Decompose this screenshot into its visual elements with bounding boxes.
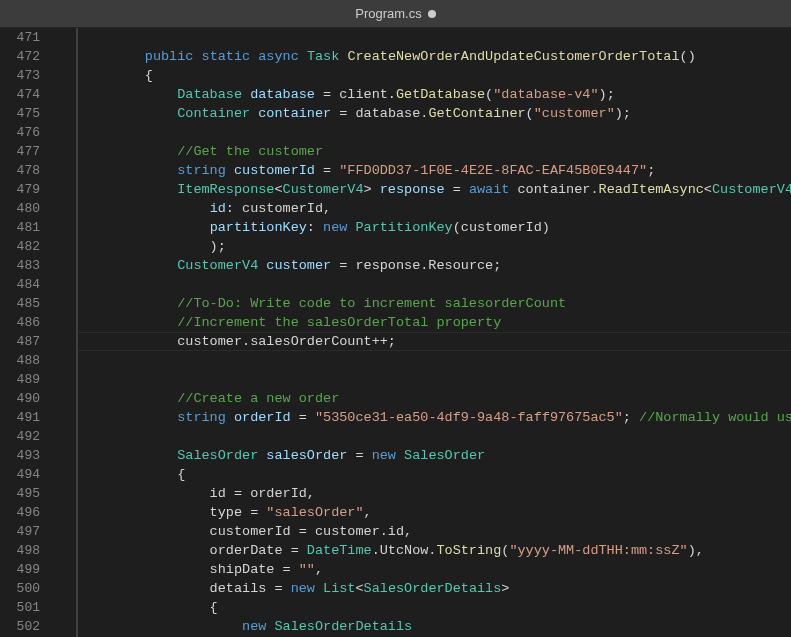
code-line[interactable]: shipDate = "", <box>80 560 791 579</box>
code-line[interactable] <box>80 370 791 389</box>
code-line[interactable]: ItemResponse<CustomerV4> response = awai… <box>80 180 791 199</box>
line-number: 484 <box>0 275 40 294</box>
token-kw: async <box>258 49 299 64</box>
token-plain: container. <box>509 182 598 197</box>
code-line[interactable]: details = new List<SalesOrderDetails> <box>80 579 791 598</box>
token-kw: await <box>469 182 510 197</box>
code-line[interactable] <box>80 123 791 142</box>
code-line[interactable]: string customerId = "FFD0DD37-1F0E-4E2E-… <box>80 161 791 180</box>
token-plain: ( <box>485 87 493 102</box>
token-kw: public <box>145 49 194 64</box>
token-type: List <box>323 581 355 596</box>
code-line[interactable] <box>80 351 791 370</box>
token-plain <box>193 49 201 64</box>
token-plain: > <box>364 182 380 197</box>
token-plain: ); <box>599 87 615 102</box>
line-number: 474 <box>0 85 40 104</box>
token-str: "yyyy-MM-ddTHH:mm:ssZ" <box>509 543 687 558</box>
token-type: Database <box>177 87 242 102</box>
line-number: 485 <box>0 294 40 313</box>
token-type: CustomerV4 <box>177 258 258 273</box>
token-type: SalesOrderDetails <box>364 581 502 596</box>
token-str: "FFD0DD37-1F0E-4E2E-8FAC-EAF45B0E9447" <box>339 163 647 178</box>
token-plain: , <box>364 505 372 520</box>
token-plain <box>299 49 307 64</box>
code-line[interactable]: ); <box>80 237 791 256</box>
token-plain: = database. <box>331 106 428 121</box>
token-local: container <box>258 106 331 121</box>
code-line[interactable]: CustomerV4 customer = response.Resource; <box>80 256 791 275</box>
code-content[interactable]: public static async Task CreateNewOrderA… <box>78 28 791 637</box>
token-plain <box>80 201 210 216</box>
code-line[interactable]: //Create a new order <box>80 389 791 408</box>
fold-margin <box>52 28 66 637</box>
code-line[interactable]: public static async Task CreateNewOrderA… <box>80 47 791 66</box>
line-number: 491 <box>0 408 40 427</box>
line-number: 488 <box>0 351 40 370</box>
code-line[interactable]: id = orderId, <box>80 484 791 503</box>
token-plain: = client. <box>315 87 396 102</box>
token-kw: string <box>177 410 226 425</box>
token-plain <box>80 391 177 406</box>
token-plain <box>315 581 323 596</box>
code-line[interactable]: Database database = client.GetDatabase("… <box>80 85 791 104</box>
token-plain: { <box>80 600 218 615</box>
code-line[interactable]: string orderId = "5350ce31-ea50-4df9-9a4… <box>80 408 791 427</box>
token-local: response <box>380 182 445 197</box>
line-number: 483 <box>0 256 40 275</box>
token-plain <box>80 315 177 330</box>
line-number: 479 <box>0 180 40 199</box>
code-line[interactable]: { <box>80 465 791 484</box>
token-plain <box>80 144 177 159</box>
code-line[interactable]: Container container = database.GetContai… <box>80 104 791 123</box>
token-type: DateTime <box>307 543 372 558</box>
code-line[interactable]: new SalesOrderDetails <box>80 617 791 636</box>
line-number: 487 <box>0 332 40 351</box>
line-number: 497 <box>0 522 40 541</box>
code-line[interactable] <box>80 427 791 446</box>
line-number: 480 <box>0 199 40 218</box>
editor-tab[interactable]: Program.cs <box>345 6 445 21</box>
token-type: CustomerV4 <box>712 182 791 197</box>
token-plain <box>80 220 210 235</box>
token-plain: orderDate = <box>80 543 307 558</box>
line-number: 475 <box>0 104 40 123</box>
line-number: 476 <box>0 123 40 142</box>
code-line[interactable]: //Increment the salesOrderTotal property <box>80 313 791 332</box>
title-bar: Program.cs <box>0 0 791 28</box>
token-plain: ), <box>688 543 704 558</box>
token-plain <box>396 448 404 463</box>
token-plain: id = orderId, <box>80 486 315 501</box>
line-number: 495 <box>0 484 40 503</box>
token-type: SalesOrderDetails <box>274 619 412 634</box>
token-str: "customer" <box>534 106 615 121</box>
token-str: "salesOrder" <box>266 505 363 520</box>
line-number: 501 <box>0 598 40 617</box>
line-number: 498 <box>0 541 40 560</box>
code-line[interactable]: //To-Do: Write code to increment salesor… <box>80 294 791 313</box>
code-line[interactable]: { <box>80 66 791 85</box>
token-plain: = <box>315 163 339 178</box>
code-line[interactable]: SalesOrder salesOrder = new SalesOrder <box>80 446 791 465</box>
code-line[interactable]: customer.salesOrderCount++; <box>80 332 791 351</box>
line-number: 482 <box>0 237 40 256</box>
token-plain: { <box>80 68 153 83</box>
token-method: GetContainer <box>428 106 525 121</box>
token-param: partitionKey <box>210 220 307 235</box>
code-line[interactable]: type = "salesOrder", <box>80 503 791 522</box>
code-line[interactable]: customerId = customer.id, <box>80 522 791 541</box>
token-kw: new <box>372 448 396 463</box>
line-number: 502 <box>0 617 40 636</box>
token-type: PartitionKey <box>355 220 452 235</box>
code-line[interactable]: partitionKey: new PartitionKey(customerI… <box>80 218 791 237</box>
code-line[interactable]: id: customerId, <box>80 199 791 218</box>
code-line[interactable]: orderDate = DateTime.UtcNow.ToString("yy… <box>80 541 791 560</box>
code-line[interactable]: { <box>80 598 791 617</box>
line-number: 477 <box>0 142 40 161</box>
code-line[interactable]: //Get the customer <box>80 142 791 161</box>
code-line[interactable] <box>80 28 791 47</box>
token-plain: = <box>445 182 469 197</box>
code-editor[interactable]: 4714724734744754764774784794804814824834… <box>0 28 791 637</box>
token-plain <box>226 410 234 425</box>
code-line[interactable] <box>80 275 791 294</box>
